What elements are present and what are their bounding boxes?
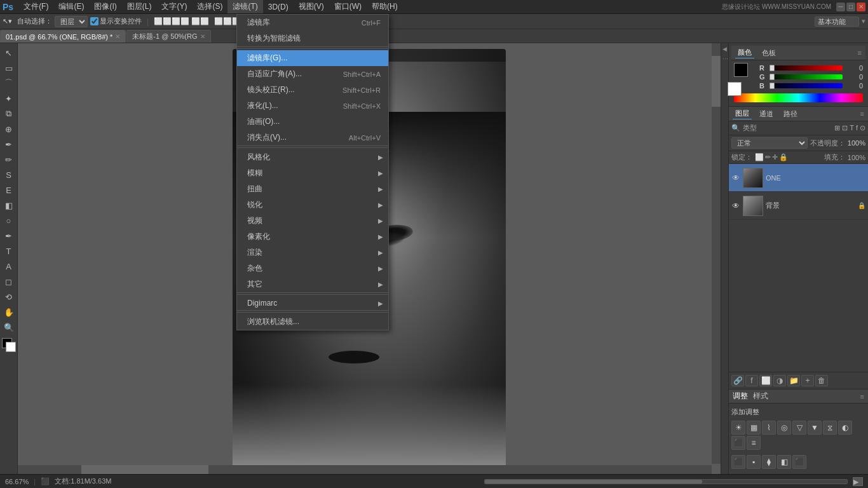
tab-adjustments[interactable]: 调整 [733, 391, 748, 402]
menu-vanishing-point[interactable]: 消失点(V)... Alt+Ctrl+V [237, 130, 388, 146]
tab-styles[interactable]: 样式 [753, 391, 768, 402]
canvas-scrollbar-vertical[interactable] [712, 43, 721, 464]
menu-text[interactable]: 文字(Y) [156, 0, 192, 13]
tool-shape[interactable]: ◻ [2, 274, 16, 288]
adj-hue-icon[interactable]: ▽ [792, 421, 806, 435]
canvas-scrollbar-horizontal[interactable] [18, 465, 712, 474]
menu-file[interactable]: 文件(F) [18, 0, 53, 13]
tool-gradient[interactable]: ◧ [2, 198, 16, 212]
tool-heal[interactable]: ✒ [2, 137, 16, 151]
tab-color[interactable]: 颜色 [735, 47, 754, 58]
auto-select-dropdown[interactable]: 图层 [55, 16, 88, 27]
layer-visibility-ONE[interactable]: 👁 [731, 173, 740, 182]
menu-other[interactable]: 其它 ▶ [237, 276, 388, 292]
tool-lasso[interactable]: ⌒ [2, 76, 16, 90]
tool-marquee[interactable]: ▭ [2, 61, 16, 75]
minimize-button[interactable]: ─ [836, 3, 845, 11]
tool-move[interactable]: ↖ [2, 46, 16, 60]
adj-selective-color-icon[interactable]: ⬛ [792, 455, 806, 469]
scroll-right-btn[interactable]: ▶ [853, 477, 863, 486]
tab-document-2[interactable]: 未标题-1 @ 50%(RG ✕ [126, 30, 210, 43]
opacity-value[interactable]: 100% [848, 139, 865, 147]
adj-gradient-map-icon[interactable]: ◧ [777, 455, 791, 469]
layers-panel-menu[interactable]: ≡ [860, 110, 864, 118]
adj-threshold-icon[interactable]: ⧫ [762, 455, 776, 469]
menu-lens-correction[interactable]: 镜头校正(R)... Shift+Ctrl+R [237, 82, 388, 98]
tool-path-select[interactable]: A [2, 259, 16, 273]
tab-swatch[interactable]: 色板 [759, 48, 778, 58]
menu-noise[interactable]: 杂色 ▶ [237, 261, 388, 276]
tool-brush[interactable]: ✏ [2, 152, 16, 166]
tab-paths[interactable]: 路径 [781, 109, 800, 119]
menu-browse-filters[interactable]: 浏览联机滤镜... [237, 314, 388, 330]
tool-type[interactable]: T [2, 244, 16, 258]
tool-clone[interactable]: S [2, 168, 16, 182]
layer-item-background[interactable]: 👁 背景 🔒 [729, 192, 868, 220]
blue-slider[interactable] [770, 83, 843, 88]
tab-close-2[interactable]: ✕ [200, 33, 205, 40]
menu-render[interactable]: 渲染 ▶ [237, 245, 388, 261]
green-slider[interactable] [770, 74, 843, 79]
lock-all-icon[interactable]: 🔒 [779, 153, 788, 161]
add-mask-button[interactable]: ⬜ [759, 375, 772, 386]
show-transform-check[interactable]: 显示变换控件 [90, 17, 142, 26]
menu-digimarc[interactable]: Digimarc ▶ [237, 296, 388, 310]
menu-select[interactable]: 选择(S) [192, 0, 227, 13]
tab-document-1[interactable]: 01.psd @ 66.7% (ONE, RGB/8#) * ✕ [0, 30, 126, 43]
menu-liquify[interactable]: 液化(L)... Shift+Ctrl+X [237, 98, 388, 114]
delete-layer-button[interactable]: 🗑 [815, 375, 828, 386]
blend-mode-select[interactable]: 正常 [731, 137, 808, 149]
add-group-button[interactable]: 📁 [787, 375, 800, 386]
foreground-swatch[interactable] [734, 63, 748, 77]
color-spectrum[interactable] [734, 93, 863, 102]
tool-eyedropper[interactable]: ⊕ [2, 122, 16, 136]
link-layers-button[interactable]: 🔗 [731, 375, 744, 386]
layer-item-ONE[interactable]: 👁 ONE [729, 164, 868, 192]
menu-window[interactable]: 窗口(W) [329, 0, 367, 13]
adj-blackwhite-icon[interactable]: ◐ [838, 421, 852, 435]
tool-hand[interactable]: ✋ [2, 305, 16, 319]
menu-edit[interactable]: 编辑(E) [53, 0, 89, 13]
layer-visibility-background[interactable]: 👁 [731, 201, 740, 210]
foreground-color-swatch[interactable] [2, 338, 16, 352]
tool-eraser[interactable]: E [2, 183, 16, 197]
tool-zoom[interactable]: 🔍 [2, 320, 16, 334]
menu-filter[interactable]: 滤镜(T) [227, 0, 262, 13]
menu-stylize[interactable]: 风格化 ▶ [237, 149, 388, 165]
lock-transparent-icon[interactable]: ⬜ [755, 153, 764, 161]
maximize-button[interactable]: □ [846, 3, 855, 11]
background-swatch[interactable] [728, 82, 742, 96]
menu-3d[interactable]: 3D(D) [263, 1, 294, 13]
menu-adaptive-wide[interactable]: 自适应广角(A)... Shift+Ctrl+A [237, 66, 388, 82]
add-adjustment-button[interactable]: ◑ [773, 375, 786, 386]
tool-crop[interactable]: ⧉ [2, 107, 16, 121]
menu-distort[interactable]: 扭曲 ▶ [237, 181, 388, 197]
menu-filter-gallery[interactable]: 滤镜库(G)... [237, 50, 388, 66]
add-layer-button[interactable]: + [801, 375, 814, 386]
adj-posterize-icon[interactable]: ▪ [747, 455, 761, 469]
adj-curves-icon[interactable]: ⌇ [762, 421, 776, 435]
fill-value[interactable]: 100% [848, 154, 865, 161]
menu-image[interactable]: 图像(I) [89, 0, 121, 13]
tool-3d-rotate[interactable]: ⟲ [2, 290, 16, 304]
tab-close-1[interactable]: ✕ [115, 33, 120, 40]
lock-position-icon[interactable]: ✛ [772, 153, 778, 161]
workspace-dropdown[interactable]: 基本功能 [815, 17, 859, 27]
adj-brightness-icon[interactable]: ☀ [731, 421, 745, 435]
adj-photo-icon[interactable]: ⬛ [731, 436, 745, 450]
menu-filter-gallery-shortcut[interactable]: 滤镜库 Ctrl+F [237, 15, 388, 30]
menu-help[interactable]: 帮助(H) [367, 0, 403, 13]
tool-pen[interactable]: ✒ [2, 229, 16, 243]
menu-pixelate[interactable]: 像素化 ▶ [237, 229, 388, 245]
adj-levels-icon[interactable]: ▦ [747, 421, 761, 435]
tool-magic-wand[interactable]: ✦ [2, 92, 16, 105]
adj-colorbalance-icon[interactable]: ⧖ [823, 421, 837, 435]
red-slider[interactable] [770, 65, 843, 71]
menu-oil-paint[interactable]: 油画(O)... [237, 114, 388, 130]
menu-layer[interactable]: 图层(L) [122, 0, 157, 13]
menu-sharpen[interactable]: 锐化 ▶ [237, 197, 388, 213]
lock-image-icon[interactable]: ✏ [765, 153, 771, 161]
adj-channelmix-icon[interactable]: ≡ [747, 436, 761, 450]
adjust-panel-menu[interactable]: ≡ [860, 393, 864, 400]
menu-convert-smart[interactable]: 转换为智能滤镜 [237, 30, 388, 46]
